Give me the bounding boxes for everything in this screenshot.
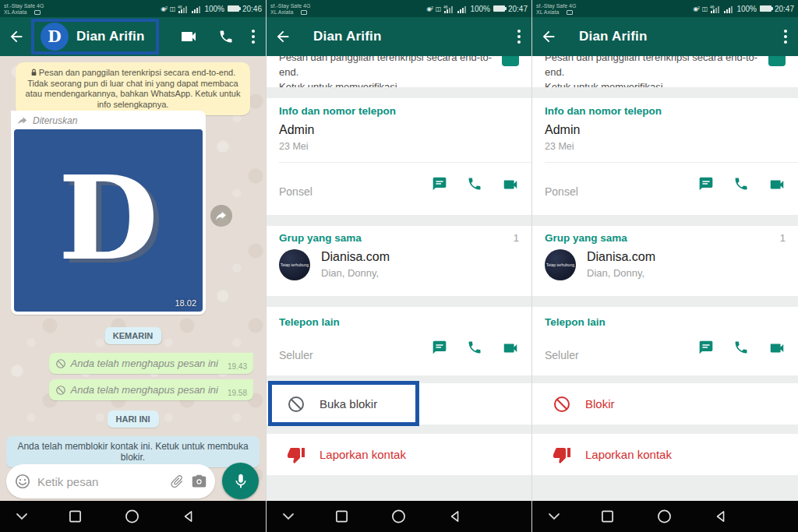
groups-count: 1 [514, 232, 519, 244]
attach-icon[interactable] [166, 470, 188, 492]
back-icon[interactable] [274, 28, 291, 45]
contact-title-highlight[interactable]: D Dian Arifin [31, 19, 159, 55]
groups-card: Grup yang sama 1 Tetap terhubung Dianisa… [267, 226, 531, 296]
nav-back-icon[interactable] [449, 510, 461, 523]
groups-card: Grup yang sama 1 Tetap terhubung Dianisa… [532, 226, 798, 296]
svg-text:46: 46 [178, 5, 182, 9]
lock-icon [30, 69, 37, 76]
nav-recents-icon[interactable] [601, 510, 614, 523]
contact-header: Dian Arifin [267, 17, 531, 56]
signal-icon [457, 5, 467, 13]
nav-chevron-icon[interactable] [16, 513, 28, 520]
nav-home-icon[interactable] [657, 509, 672, 524]
video-call-icon[interactable] [768, 176, 786, 196]
voice-call-icon[interactable] [467, 176, 482, 196]
nav-home-icon[interactable] [125, 509, 139, 524]
vibrate-icon: ◫ [702, 5, 708, 12]
video-call-icon[interactable] [502, 340, 519, 360]
group-avatar: Tetap terhubung [279, 249, 310, 280]
voice-call-icon[interactable] [733, 340, 749, 360]
back-icon[interactable] [8, 28, 25, 45]
video-call-icon[interactable] [768, 340, 786, 360]
hotspot-icon: ◉² [693, 5, 699, 12]
menu-dots-icon[interactable] [784, 30, 787, 44]
vibrate-icon: ◫ [170, 5, 175, 12]
menu-dots-icon[interactable] [252, 30, 255, 44]
battery-icon [760, 5, 772, 12]
nav-chevron-icon[interactable] [548, 513, 560, 520]
encryption-row[interactable]: Pesan dan panggilan terenkripsi secara e… [267, 56, 531, 87]
block-row[interactable]: Blokir [532, 383, 798, 425]
avatar: D [41, 23, 69, 51]
block-label: Blokir [585, 397, 615, 410]
emoji-icon[interactable] [14, 473, 31, 490]
page-title: Dian Arifin [313, 29, 382, 44]
message-icon[interactable] [698, 340, 714, 360]
chat-title: Dian Arifin [76, 29, 145, 44]
message-image: D 18.02 [14, 129, 203, 312]
phone-type-label: Ponsel [545, 185, 578, 198]
carrier-line1: sf.-Stay Safe 4G [4, 3, 44, 9]
divider [279, 162, 531, 163]
svg-text:46: 46 [710, 5, 715, 9]
carrier-info: sf.-Stay Safe 4G XL Axiata [270, 2, 310, 16]
chat-header: D Dian Arifin [0, 17, 266, 56]
nav-recents-icon[interactable] [335, 510, 348, 523]
nav-back-icon[interactable] [715, 510, 727, 523]
contact-about: Admin [279, 123, 314, 137]
mic-button[interactable] [222, 463, 259, 499]
forwarded-image-message[interactable]: Diteruskan D 18.02 [11, 111, 206, 315]
encryption-row[interactable]: Pesan dan panggilan terenkripsi secara e… [532, 56, 798, 87]
nav-back-icon[interactable] [182, 510, 195, 523]
video-call-icon[interactable] [502, 176, 519, 196]
contact-body: Pesan dan panggilan terenkripsi secara e… [267, 56, 531, 501]
forward-share-button[interactable] [210, 205, 232, 227]
encryption-line1: Pesan dan panggilan terenkripsi secara e… [279, 56, 492, 78]
voice-call-icon[interactable] [733, 176, 749, 196]
message-time: 19.58 [228, 389, 247, 397]
divider [545, 162, 798, 163]
message-input[interactable] [37, 475, 163, 488]
unblock-row[interactable]: Buka blokir [267, 383, 531, 425]
menu-dots-icon[interactable] [517, 30, 521, 44]
deleted-message-bubble: Anda telah menghapus pesan ini 19.58 [49, 379, 253, 400]
nav-recents-icon[interactable] [69, 510, 82, 523]
nav-chevron-icon[interactable] [282, 513, 295, 520]
other-phones-card: Telepon lain Seluler [532, 307, 798, 375]
unblock-highlight-box [268, 381, 419, 426]
encryption-banner[interactable]: Pesan dan panggilan terenkripsi secara e… [16, 62, 250, 115]
page-title: Dian Arifin [579, 29, 648, 44]
blocked-contact-notice[interactable]: Anda telah memblokir kontak ini. Ketuk u… [6, 436, 260, 467]
signal-4g-icon: 46 [710, 5, 720, 13]
other-phones-card: Telepon lain Seluler [267, 307, 531, 375]
encryption-line1: Pesan dan panggilan terenkripsi secara e… [545, 56, 757, 78]
hotspot-icon: ◉² [426, 5, 433, 12]
blocked-icon [55, 358, 66, 369]
back-icon[interactable] [540, 28, 557, 45]
message-icon[interactable] [698, 176, 714, 196]
blocked-icon [553, 395, 571, 414]
camera-icon[interactable] [191, 474, 207, 490]
info-card: Info dan nomor telepon Admin 23 Mei Pons… [267, 98, 531, 215]
info-card: Info dan nomor telepon Admin 23 Mei Pons… [532, 98, 798, 215]
contact-header: Dian Arifin [532, 17, 798, 56]
contact-info-screen-unblock: sf.-Stay Safe 4G XL Axiata ◉² ◫ 46 100% … [266, 0, 532, 532]
group-members: Dian, Donny, [321, 267, 379, 279]
roaming-icon [34, 10, 41, 15]
battery-icon [228, 5, 239, 12]
video-call-icon[interactable] [179, 27, 198, 46]
hotspot-icon: ◉² [161, 5, 167, 12]
groups-section-header: Grup yang sama [279, 232, 362, 244]
group-name[interactable]: Dianisa.com [321, 250, 390, 264]
voice-call-icon[interactable] [218, 29, 234, 44]
nav-home-icon[interactable] [391, 509, 406, 524]
message-icon[interactable] [432, 340, 447, 360]
message-icon[interactable] [432, 176, 447, 196]
contact-body: Pesan dan panggilan terenkripsi secara e… [532, 56, 798, 501]
thumbs-down-icon [553, 446, 571, 464]
report-row[interactable]: Laporkan kontak [532, 434, 798, 475]
voice-call-icon[interactable] [467, 340, 482, 360]
group-name[interactable]: Dianisa.com [587, 250, 655, 264]
encryption-line2: Ketuk untuk memverifikasi. [545, 81, 666, 87]
report-row[interactable]: Laporkan kontak [267, 434, 531, 475]
